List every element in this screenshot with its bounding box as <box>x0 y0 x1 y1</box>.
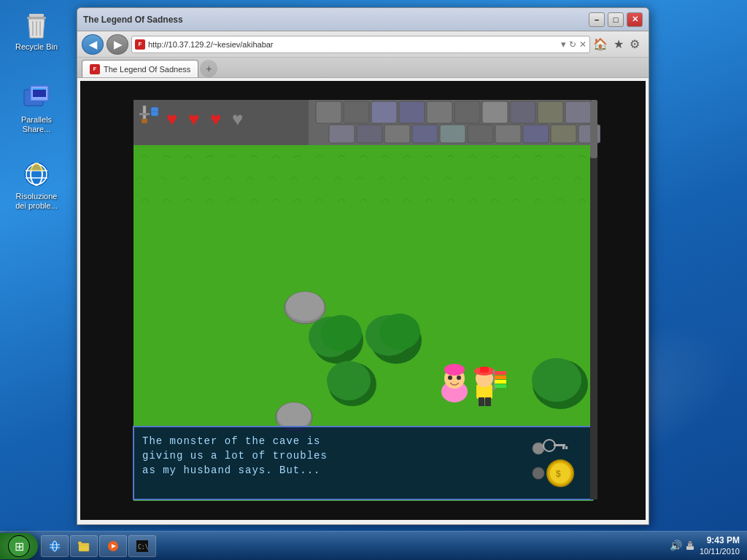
wmp-icon <box>107 540 119 552</box>
cmd-icon: C:\ <box>136 540 148 552</box>
start-button[interactable]: ⊞ <box>0 533 38 559</box>
svg-rect-101 <box>78 542 82 544</box>
clock-date: 10/11/2010 <box>700 546 740 556</box>
svg-rect-29 <box>357 125 382 143</box>
svg-rect-108 <box>689 541 692 544</box>
taskbar-item-wmp[interactable] <box>99 535 127 557</box>
tab-favicon: F <box>90 64 100 74</box>
explorer-icon <box>78 540 90 552</box>
ie-fix-label: Risoluzione dei proble... <box>10 192 63 211</box>
tray-icons: 🔊 <box>670 540 695 551</box>
tab-label: The Legend Of Sadness <box>104 65 190 74</box>
favorites-button[interactable]: ★ <box>614 37 624 51</box>
svg-point-65 <box>457 376 461 380</box>
svg-rect-35 <box>523 125 549 143</box>
settings-button[interactable]: ⚙ <box>630 37 640 51</box>
browser-title: The Legend Of Sadness <box>83 15 183 25</box>
address-favicon: F <box>135 39 145 50</box>
parallels-label: Parallels Share... <box>10 115 63 134</box>
close-button[interactable]: ✕ <box>627 12 643 27</box>
clock-time: 9:43 PM <box>700 535 740 547</box>
svg-rect-90 <box>590 100 597 499</box>
address-input[interactable] <box>148 40 558 49</box>
taskbar-item-explorer[interactable] <box>70 535 98 557</box>
desktop-icon-ie-fix[interactable]: Risoluzione dei proble... <box>7 157 66 214</box>
taskbar: ⊞ <box>0 531 747 560</box>
svg-rect-22 <box>427 101 452 123</box>
taskbar-item-cmd[interactable]: C:\ <box>128 535 156 557</box>
svg-rect-72 <box>495 376 506 379</box>
parallels-icon <box>22 83 51 112</box>
svg-rect-24 <box>482 101 508 123</box>
svg-rect-41 <box>142 119 147 123</box>
svg-text:♥: ♥ <box>232 108 243 130</box>
svg-text:as my husband says. But...: as my husband says. But... <box>142 464 320 476</box>
svg-point-56 <box>379 314 420 350</box>
svg-rect-18 <box>316 101 341 123</box>
svg-text:giving us a lot of troubles: giving us a lot of troubles <box>142 450 328 462</box>
forward-button[interactable]: ▶ <box>107 34 128 55</box>
browser-toolbar-right: 🏠 ★ ⚙ <box>593 37 644 51</box>
svg-text:♥: ♥ <box>188 108 199 130</box>
svg-rect-85 <box>565 446 568 449</box>
refresh-button[interactable]: ↻ <box>569 39 576 50</box>
stop-button[interactable]: ✕ <box>579 39 587 50</box>
ie-icon <box>49 540 61 552</box>
svg-text:♥: ♥ <box>210 108 221 130</box>
maximize-button[interactable]: □ <box>608 12 624 27</box>
svg-rect-84 <box>562 446 565 449</box>
browser-content: ♥ ♥ ♥ ♥ <box>80 81 646 520</box>
svg-point-81 <box>533 443 544 454</box>
svg-rect-40 <box>139 113 150 115</box>
tab-bar: F The Legend Of Sadness + <box>77 58 649 78</box>
svg-rect-34 <box>495 125 521 143</box>
svg-rect-32 <box>440 125 465 143</box>
svg-text:The monster of the cave is: The monster of the cave is <box>142 435 320 447</box>
svg-text:♥: ♥ <box>166 108 177 130</box>
svg-text:$: $ <box>556 469 561 479</box>
svg-rect-74 <box>495 384 506 388</box>
svg-rect-36 <box>551 125 576 143</box>
svg-rect-21 <box>399 101 425 123</box>
svg-text:C:\: C:\ <box>138 544 148 551</box>
svg-point-53 <box>321 315 362 351</box>
svg-rect-69 <box>480 367 489 373</box>
game-frame: ♥ ♥ ♥ ♥ <box>126 93 600 508</box>
tray-icon-network[interactable] <box>685 540 695 551</box>
browser-window: The Legend Of Sadness – □ ✕ ◀ ▶ F ▾ ↻ ✕ … <box>77 7 649 525</box>
system-clock[interactable]: 9:43 PM 10/11/2010 <box>700 535 740 557</box>
svg-rect-0 <box>29 14 44 17</box>
svg-rect-75 <box>479 397 484 406</box>
taskbar-item-ie[interactable] <box>41 535 69 557</box>
desktop-icon-recycle-bin[interactable]: Recycle Bin <box>7 7 66 55</box>
back-button[interactable]: ◀ <box>82 34 104 55</box>
svg-rect-39 <box>143 106 146 119</box>
svg-point-95 <box>50 541 60 551</box>
svg-rect-31 <box>412 125 438 143</box>
svg-rect-19 <box>344 101 369 123</box>
svg-rect-20 <box>371 101 397 123</box>
svg-point-63 <box>444 364 465 376</box>
address-dropdown-icon[interactable]: ▾ <box>561 39 566 50</box>
tab-legend-of-sadness[interactable]: F The Legend Of Sadness <box>82 60 198 77</box>
svg-point-86 <box>533 467 544 479</box>
game-display: ♥ ♥ ♥ ♥ <box>126 93 600 508</box>
system-tray: 🔊 9:43 PM 10/11/2010 <box>662 535 747 557</box>
home-button[interactable]: 🏠 <box>593 37 608 51</box>
minimize-button[interactable]: – <box>589 12 605 27</box>
svg-rect-83 <box>554 444 565 446</box>
svg-rect-91 <box>590 100 597 158</box>
taskbar-items: C:\ <box>38 535 662 557</box>
desktop-icon-parallels[interactable]: Parallels Share... <box>7 80 66 137</box>
svg-point-48 <box>286 292 324 321</box>
svg-rect-27 <box>565 101 591 123</box>
svg-rect-76 <box>485 397 491 406</box>
svg-rect-71 <box>495 371 506 375</box>
svg-rect-30 <box>384 125 410 143</box>
svg-rect-28 <box>329 125 355 143</box>
tray-icon-volume[interactable]: 🔊 <box>670 540 682 551</box>
new-tab-button[interactable]: + <box>200 60 217 77</box>
svg-rect-33 <box>468 125 493 143</box>
address-bar[interactable]: F ▾ ↻ ✕ <box>131 36 590 53</box>
navigation-bar: ◀ ▶ F ▾ ↻ ✕ 🏠 ★ ⚙ <box>77 31 649 58</box>
